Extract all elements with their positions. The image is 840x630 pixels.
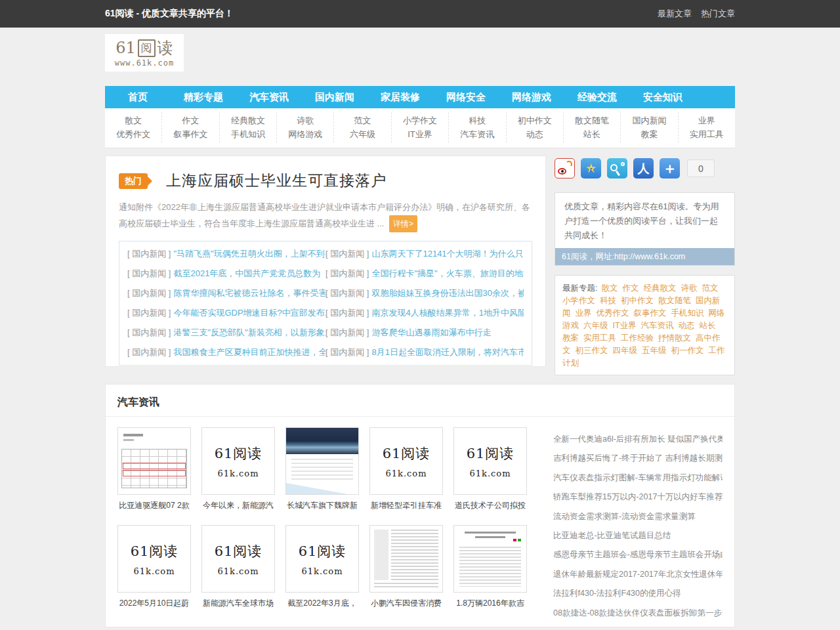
subnav-link[interactable]: 动态: [507, 127, 563, 141]
topic-tag[interactable]: 经典散文: [643, 284, 676, 293]
nav-item-network-security[interactable]: 网络安全: [433, 86, 499, 108]
article-thumbnail-document: [453, 525, 527, 593]
article-card[interactable]: 比亚迪驱逐舰07 2款: [117, 427, 191, 516]
related-link[interactable]: 汽车仪表盘指示灯图解-车辆常用指示灯功能解读: [553, 469, 723, 488]
news-link[interactable]: 游客爬华山遇暴雨如瀑布中行走: [371, 327, 491, 337]
subnav-link[interactable]: 科技: [449, 114, 505, 127]
featured-article-title[interactable]: 上海应届硕士毕业生可直接落户: [166, 171, 387, 191]
topic-tag[interactable]: 手机知识: [671, 308, 704, 318]
subnav-link[interactable]: 散文随笔: [564, 114, 620, 127]
news-link[interactable]: 山东两天下了12141个大明湖！为什么只有: [371, 249, 524, 259]
subnav-link[interactable]: 叙事作文: [162, 127, 219, 141]
article-card[interactable]: 小鹏汽车因侵害消费: [369, 525, 443, 614]
nav-item-domestic-news[interactable]: 国内新闻: [302, 86, 368, 108]
article-card[interactable]: 61阅读 61k.com 新能源汽车全球市场: [201, 525, 275, 614]
hot-articles-link[interactable]: 热门文章: [701, 8, 735, 20]
news-link[interactable]: "马踏飞燕"玩偶凭丑萌火出圈，上架不到半: [173, 249, 326, 259]
news-link[interactable]: 截至2021年底，中国共产党党员总数为: [173, 268, 320, 278]
topic-tag[interactable]: 站长: [700, 321, 716, 330]
subnav-link[interactable]: 散文: [105, 114, 161, 127]
subnav-link[interactable]: 网络游戏: [277, 127, 333, 141]
news-link[interactable]: 港警三支"反恐部队"新装亮相，以新形象迎: [173, 327, 326, 337]
topic-tag[interactable]: 工作经验: [621, 333, 654, 343]
news-link[interactable]: 8月1日起全面取消迁入限制，将对汽车市场: [371, 347, 524, 357]
subnav-link[interactable]: 初中作文: [507, 114, 563, 127]
related-link[interactable]: 感恩母亲节主题班会-感恩母亲节主题班会开场白: [553, 545, 723, 564]
nav-item-home[interactable]: 首页: [105, 86, 171, 108]
topic-tag[interactable]: 范文: [702, 284, 718, 293]
related-link[interactable]: 轿跑车型推荐15万以内-2017十万以内好车推荐 销: [553, 488, 723, 507]
latest-articles-link[interactable]: 最新文章: [658, 8, 692, 20]
nav-item-auto-news[interactable]: 汽车资讯: [236, 86, 302, 108]
article-card[interactable]: 61阅读 61k.com 新增轻型牵引挂车准: [369, 427, 443, 516]
subnav-link[interactable]: 业界: [679, 114, 735, 127]
subnav-link[interactable]: 手机知识: [220, 127, 276, 141]
subnav-link[interactable]: 实用工具: [679, 127, 735, 141]
topic-tag[interactable]: 实用工具: [583, 333, 616, 343]
topic-tag[interactable]: 六年级: [583, 321, 608, 330]
subnav-link[interactable]: 汽车资讯: [449, 127, 505, 141]
nav-item-online-games[interactable]: 网络游戏: [499, 86, 564, 108]
subnav-link[interactable]: 小学作文: [392, 114, 448, 127]
topic-tag[interactable]: 叙事作文: [634, 308, 667, 318]
topic-tag[interactable]: 作文: [622, 284, 639, 293]
topic-tag[interactable]: 初一作文: [671, 346, 704, 355]
topic-tag[interactable]: 四年级: [613, 346, 638, 355]
topic-tag[interactable]: 五年级: [642, 346, 667, 355]
topic-tag[interactable]: 优秀作文: [597, 308, 629, 318]
subnav-link[interactable]: 六年级: [334, 127, 390, 141]
topic-tag[interactable]: 散文随笔: [658, 296, 691, 305]
topic-tag[interactable]: 初中作文: [621, 296, 654, 305]
subnav-link[interactable]: 国内新闻: [621, 114, 677, 127]
related-link[interactable]: 吉利博越买后悔了-终于开始了 吉利博越长期测试: [553, 449, 723, 468]
nav-item-home-decor[interactable]: 家居装修: [368, 86, 433, 108]
news-link[interactable]: 南京发现4人核酸结果异常，1地升中风险: [371, 308, 524, 318]
topic-tag[interactable]: 初三作文: [576, 346, 608, 355]
article-card[interactable]: 61阅读 61k.com 2022年5月10日起蔚: [117, 525, 191, 614]
news-link[interactable]: 全国行程卡"摘星"，火车票、旅游目的地等: [371, 268, 524, 278]
article-card[interactable]: 61阅读 61k.com 今年以来，新能源汽: [201, 427, 275, 516]
tencent-weibo-icon[interactable]: [607, 158, 627, 178]
topic-tag[interactable]: 动态: [679, 321, 695, 330]
nav-item-experience[interactable]: 经验交流: [564, 86, 630, 108]
nav-item-topics[interactable]: 精彩专题: [171, 86, 236, 108]
read-more-link[interactable]: 详情>: [389, 215, 417, 232]
article-card[interactable]: 长城汽车旗下魏牌新: [285, 427, 359, 516]
subnav-link[interactable]: IT业界: [392, 127, 448, 141]
topic-tag[interactable]: 汽车资讯: [641, 321, 674, 330]
news-link[interactable]: 陈霄华擅闯私宅被德云社除名，事件受害女: [173, 288, 326, 298]
related-link[interactable]: 法拉利f430-法拉利F430的使用心得: [553, 584, 723, 603]
topic-tag[interactable]: 抒情散文: [658, 333, 691, 343]
news-link[interactable]: 今年能否实现GDP增速目标?中宣部发布发: [173, 308, 326, 318]
news-link[interactable]: 我国粮食主产区夏种目前正加快推进，全国: [173, 347, 326, 357]
topic-tag[interactable]: IT业界: [613, 321, 637, 330]
subnav-link[interactable]: 教案: [621, 127, 677, 141]
article-card[interactable]: 1.8万辆2016年款吉: [453, 525, 527, 614]
subnav-link[interactable]: 诗歌: [277, 114, 333, 127]
renren-icon[interactable]: 人: [633, 158, 654, 178]
article-card[interactable]: 61阅读 61k.com 道氏技术子公司拟投: [453, 427, 527, 516]
topic-tag[interactable]: 诗歌: [681, 284, 697, 293]
sina-weibo-icon[interactable]: [555, 158, 575, 178]
qq-zone-icon[interactable]: ★z: [581, 158, 601, 178]
subnav-link[interactable]: 站长: [564, 127, 620, 141]
topic-tag[interactable]: 业界: [576, 308, 592, 318]
nav-item-safety[interactable]: 安全知识: [630, 86, 696, 108]
related-link[interactable]: 比亚迪老总-比亚迪笔试题目总结: [553, 526, 723, 545]
related-link[interactable]: 08款捷达-08款捷达伙伴仪表盘面板拆卸第一步图: [553, 604, 723, 623]
related-link[interactable]: 退休年龄最新规定2017-2017年北京女性退休年龄: [553, 565, 723, 584]
subnav-link[interactable]: 经典散文: [220, 114, 276, 127]
topic-tag[interactable]: 教案: [562, 333, 579, 343]
subnav-link[interactable]: 范文: [334, 114, 390, 127]
topic-tag[interactable]: 小学作文: [562, 296, 595, 305]
topic-tag[interactable]: 科技: [600, 296, 616, 305]
related-link[interactable]: 流动资金需求测算-流动资金需求量测算: [553, 507, 723, 526]
subnav-link[interactable]: 作文: [162, 114, 219, 127]
share-more-icon[interactable]: ＋: [660, 158, 680, 178]
news-link[interactable]: 双胞胎姐妹互换身份违法出国30余次，被哈: [371, 288, 524, 298]
article-card[interactable]: 61阅读 61k.com 截至2022年3月底，: [285, 525, 359, 614]
site-logo[interactable]: 61 阅 读 www.61k.com: [105, 34, 184, 72]
related-link[interactable]: 全新一代奥迪a6l-后排有所加长 疑似国产换代奥迪: [553, 430, 723, 449]
topic-tag[interactable]: 散文: [601, 284, 618, 293]
subnav-link[interactable]: 优秀作文: [105, 127, 161, 141]
